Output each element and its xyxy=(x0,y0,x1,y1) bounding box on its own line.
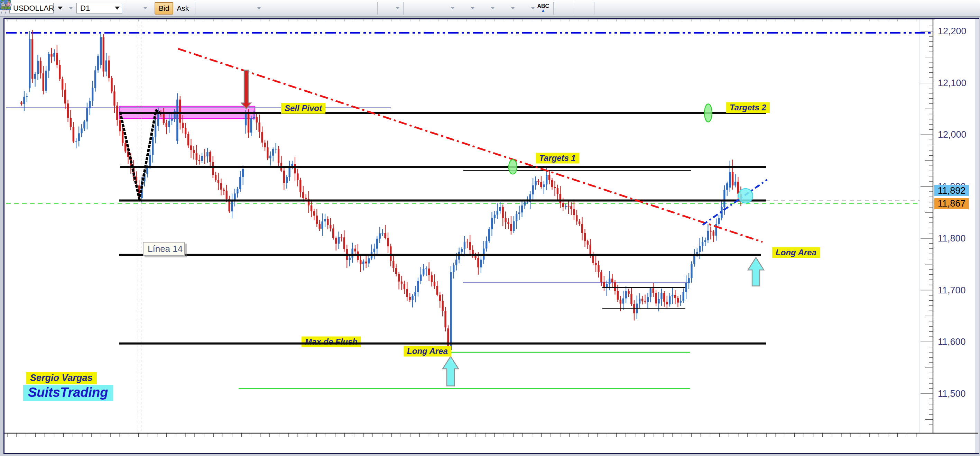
rotate-icon[interactable] xyxy=(292,2,304,15)
bid-price-badge: 11,892 xyxy=(934,185,969,196)
chart-type-dropdown-icon[interactable] xyxy=(143,7,147,10)
eraser-icon[interactable] xyxy=(558,2,570,15)
symbol-select[interactable]: USDOLLAR xyxy=(10,3,54,14)
brand-label[interactable]: SuitsTrading xyxy=(23,385,113,401)
scissors-icon[interactable] xyxy=(347,2,359,15)
pitchfork-dropdown-icon[interactable] xyxy=(450,7,455,10)
price-tick-label: 12,100 xyxy=(938,78,967,88)
pencil-line-dropdown-icon[interactable] xyxy=(511,7,515,10)
globe-icon[interactable] xyxy=(361,2,373,15)
strategy-icon[interactable] xyxy=(578,2,590,15)
candlestick-layer xyxy=(5,19,978,453)
window-icon[interactable] xyxy=(422,2,434,15)
pitchfork-icon[interactable] xyxy=(437,2,449,15)
ruler-icon[interactable] xyxy=(382,2,393,15)
add-image-icon[interactable] xyxy=(408,2,420,15)
trend-angle-dropdown-icon[interactable] xyxy=(491,7,495,10)
pencil-line-icon[interactable] xyxy=(497,2,509,15)
instrument-dropdown-icon[interactable] xyxy=(69,7,73,10)
bid-button[interactable]: Bid xyxy=(154,2,173,14)
ruler-dropdown-icon[interactable] xyxy=(396,7,400,10)
ellipse-tool-icon[interactable] xyxy=(517,2,529,15)
text-tool-icon[interactable]: ABC▲ xyxy=(537,2,549,15)
zoom-out-icon[interactable] xyxy=(214,2,226,15)
zoom-box-dropdown-icon[interactable] xyxy=(257,7,261,10)
period-select[interactable]: D1 xyxy=(76,3,122,14)
toolbar: USDOLLAR D1 Bid Ask xyxy=(0,0,980,17)
ask-button[interactable]: Ask xyxy=(173,2,192,14)
author-label[interactable]: Sergio Vargas xyxy=(26,372,97,384)
chart-plot-area[interactable]: Sell Pivot Targets 1 Targets 2 Long Area… xyxy=(5,19,978,453)
price-tick-label: 12,000 xyxy=(938,129,967,140)
price-tick-label: 11,500 xyxy=(938,388,966,399)
chart-type-icon[interactable] xyxy=(129,2,141,15)
price-tick-label: 11,600 xyxy=(938,336,966,348)
note-icon[interactable] xyxy=(278,2,290,15)
hline-levels-icon[interactable] xyxy=(457,2,469,15)
price-tick-label: 11,700 xyxy=(938,285,966,295)
hline-levels-dropdown-icon[interactable] xyxy=(471,7,475,10)
line-tooltip: Línea 14 xyxy=(143,242,185,256)
zoom-box-icon[interactable] xyxy=(243,2,255,15)
ask-button-label: Ask xyxy=(177,4,189,13)
cursor-icon[interactable] xyxy=(229,2,240,15)
price-tick-label: 11,800 xyxy=(938,233,966,244)
period-value: D1 xyxy=(80,4,90,13)
trend-angle-icon[interactable] xyxy=(477,2,488,15)
last-price-badge: 11,867 xyxy=(934,198,969,209)
bid-button-label: Bid xyxy=(159,4,169,13)
ellipse-tool-dropdown-icon[interactable] xyxy=(531,7,535,10)
symbol-value: USDOLLAR xyxy=(13,4,54,13)
zoom-in-icon[interactable] xyxy=(199,2,211,15)
chart-window: Sell Pivot Targets 1 Targets 2 Long Area… xyxy=(3,18,979,454)
list-icon[interactable] xyxy=(598,2,610,15)
price-tick-label: 12,200 xyxy=(938,26,967,37)
instrument-icon[interactable] xyxy=(55,2,67,15)
measure-icon[interactable] xyxy=(263,2,275,15)
